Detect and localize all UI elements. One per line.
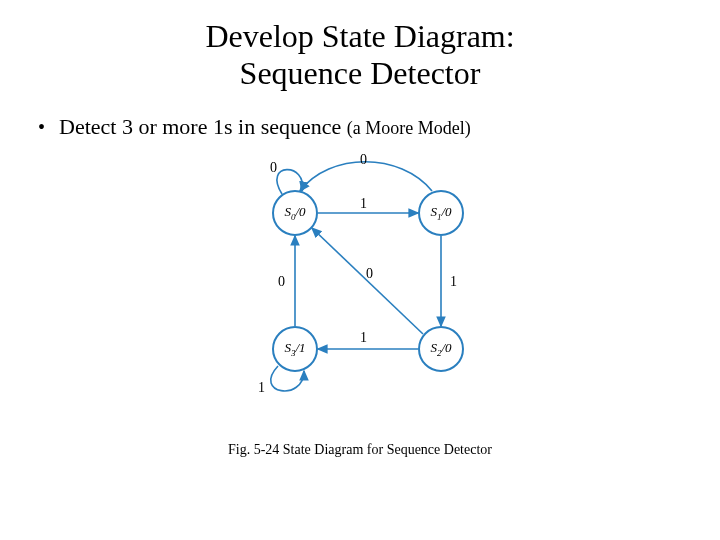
state-s3: S3/1 [272,326,318,372]
bullet-text: Detect 3 or more 1s in sequence [59,114,347,139]
label-s0-s1: 1 [360,196,367,212]
title-line-1: Develop State Diagram: [205,18,514,54]
state-s2: S2/0 [418,326,464,372]
figure-caption: Fig. 5-24 State Diagram for Sequence Det… [0,442,720,458]
title-line-2: Sequence Detector [240,55,481,91]
state-s1: S1/0 [418,190,464,236]
label-s1-s0: 0 [360,152,367,168]
state-diagram: S0/0 S1/0 S2/0 S3/1 0 1 0 1 0 1 0 1 [200,158,520,418]
page-title: Develop State Diagram: Sequence Detector [0,18,720,92]
state-s0: S0/0 [272,190,318,236]
label-s3-self: 1 [258,380,265,396]
bullet-note: (a Moore Model) [347,118,471,138]
label-s2-s0: 0 [366,266,373,282]
bullet-marker: • [38,116,45,139]
label-s2-s3: 1 [360,330,367,346]
label-s3-s0: 0 [278,274,285,290]
label-s0-self: 0 [270,160,277,176]
bullet-item: • Detect 3 or more 1s in sequence (a Moo… [38,114,720,140]
label-s1-s2: 1 [450,274,457,290]
